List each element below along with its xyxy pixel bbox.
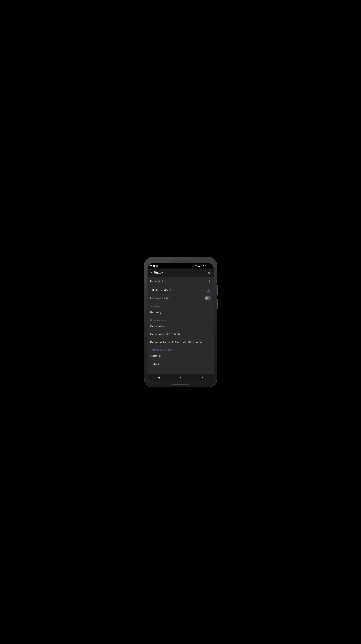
by-days-item[interactable]: By days of the week: Mo Tu We Th Fr Sa S… [148,338,214,346]
action-bar-title: Ready [154,271,163,274]
daily-frequency-header: Daily frequency [148,316,214,322]
sd-card-icon [153,265,155,267]
add-contact-button[interactable] [205,288,211,293]
extension-row: Extension number [148,294,214,302]
home-button[interactable]: ● [176,374,185,380]
phone-screen: 12:32 ✓ Ready ✕ Normal call ▼ [148,263,214,381]
schedule-value[interactable]: Recurring [148,308,214,316]
circle-status-icon [156,265,158,267]
schedule-header: Schedule [148,302,214,308]
status-bar: 12:32 [148,263,214,268]
occurs-once-at-item[interactable]: Occurs once at: 12:35 PM [148,330,214,338]
battery-icon [202,265,205,266]
call-type-dropdown[interactable]: Normal call ▼ [148,277,214,285]
start-date-item[interactable]: 4/11/18 [148,360,214,368]
speaker-slot [174,261,188,262]
back-button[interactable]: ◀ [154,374,163,380]
home-bar [172,384,189,385]
toggle-knob [205,296,208,300]
occurs-once-item[interactable]: Occurs once [148,322,214,330]
time-date-start-header: Time and date of start [148,346,214,352]
phone-device: 12:32 ✓ Ready ✕ Normal call ▼ [144,257,217,387]
volume-up-button[interactable] [217,285,218,295]
app-screen: ✓ Ready ✕ Normal call ▼ [148,268,214,374]
settings-icon [150,265,152,267]
status-icons-right: 12:32 [195,265,211,267]
action-bar: ✓ Ready ✕ [148,268,214,277]
volume-down-button[interactable] [217,298,218,309]
wifi-icon [195,265,197,267]
clock-time: 12:32 [206,265,211,267]
phone-number-input[interactable] [150,288,204,293]
add-person-icon [206,288,210,292]
ready-check-icon: ✓ [150,271,153,274]
front-camera [158,260,159,261]
extension-toggle[interactable] [205,296,211,300]
phone-number-row [148,285,214,294]
recent-apps-button[interactable]: ■ [198,374,207,380]
dropdown-arrow-icon: ▼ [208,280,211,282]
start-time-item[interactable]: 12:19 PM [148,352,214,360]
signal-strength-icon [198,265,201,267]
call-type-label: Normal call [150,280,163,282]
action-bar-left: ✓ Ready [150,271,163,274]
extension-label: Extension number [150,297,170,300]
bottom-nav-bar: ◀ ● ■ [148,374,214,381]
close-button[interactable]: ✕ [207,270,211,276]
status-icons-left [150,265,158,267]
phone-input-wrapper [150,288,204,293]
